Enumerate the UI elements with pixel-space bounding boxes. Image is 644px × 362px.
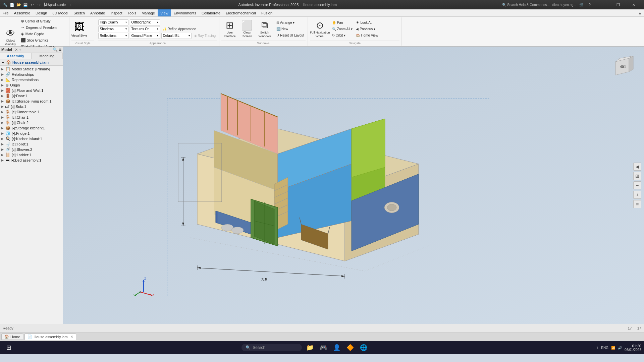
tab-home[interactable]: 🏠 Home — [1, 334, 23, 340]
menu-assemble[interactable]: Assemble — [11, 9, 33, 16]
close-button[interactable]: ✕ — [626, 1, 641, 8]
clock-date[interactable]: 01:20 06/01/2025 — [625, 344, 641, 352]
add-icon[interactable]: + — [67, 2, 73, 7]
open-icon[interactable]: 📂 — [16, 2, 21, 7]
ground-plane-dropdown[interactable]: Ground Plane ▾ — [130, 33, 160, 39]
orbit-button[interactable]: ↻ Orbit ▾ — [331, 33, 354, 39]
reset-ui-button[interactable]: ↺ Reset UI Layout — [275, 33, 306, 39]
slice-graphics-button[interactable]: ⬛ Slice Graphics — [19, 37, 67, 43]
taskbar-orange-icon[interactable]: 🔶 — [345, 342, 356, 353]
taskbar-game-icon[interactable]: 🎮 — [318, 342, 329, 353]
rt-button-5[interactable]: ≡ — [633, 200, 641, 208]
add-model-tab[interactable]: ✕ — [15, 48, 18, 52]
new-window-button[interactable]: 🆕 New — [275, 26, 306, 32]
user-interface-button[interactable]: ⊞ UserInterface — [221, 19, 238, 40]
root-file-label[interactable]: House assembly.iam — [12, 60, 49, 64]
nav-cube[interactable]: 401 — [610, 53, 634, 77]
sidebar-tab-assembly[interactable]: Assembly — [0, 53, 32, 59]
center-gravity-button[interactable]: ⊕ Center of Gravity — [19, 18, 67, 24]
tree-sofa[interactable]: ▶ 🛋 [c]:Sofa:1 — [0, 104, 63, 109]
assembly-tab-close[interactable]: ✕ — [70, 335, 73, 339]
textures-on-dropdown[interactable]: Textures On ▾ — [130, 26, 160, 32]
cart-icon[interactable]: 🛒 — [579, 2, 584, 7]
tree-door[interactable]: ▶ 🚪 [•]:Door:1 — [0, 93, 63, 99]
taskbar-browser-icon[interactable]: 🌐 — [358, 342, 369, 353]
tree-fridge[interactable]: ▶ 🧊 [•]:Fridge:1 — [0, 131, 63, 136]
clean-screen-button[interactable]: ⬜ CleanScreen — [239, 19, 256, 40]
search-model-icon[interactable]: 🔍 — [53, 47, 58, 52]
object-visibility-button[interactable]: 👁 ObjectVisibility — [2, 27, 19, 48]
model-tab-label[interactable]: Model — [1, 48, 12, 52]
taskbar-file-manager[interactable]: 📁 — [305, 342, 315, 353]
restore-button[interactable]: ❐ — [610, 1, 626, 8]
root-expand-icon[interactable]: ▼ — [1, 61, 5, 64]
shadows-dropdown[interactable]: Shadows ▾ — [98, 26, 128, 32]
menu-3dmodel[interactable]: 3D Model — [50, 9, 71, 16]
taskbar-user-icon[interactable]: 👤 — [331, 342, 342, 353]
look-at-button[interactable]: 👁 Look At — [355, 20, 379, 26]
tree-bed-assembly[interactable]: ▶ 🛏 [•]:Bed assembly:1 — [0, 158, 63, 163]
menu-annotate[interactable]: Annotate — [88, 9, 108, 16]
tree-floor-wall[interactable]: ▶ 🧱 [c]:Floor and Wall:1 — [0, 88, 63, 93]
ray-tracing-button[interactable]: ◈ Ray Tracing — [193, 33, 217, 39]
sidebar-tab-modeling[interactable]: Modeling — [32, 53, 63, 59]
tree-storage-kitchen[interactable]: ▶ 📦 [•]:Storage kitchen:1 — [0, 125, 63, 131]
menu-inspect[interactable]: Inspect — [108, 9, 125, 16]
menu-electromechanical[interactable]: Electromechanical — [223, 9, 259, 16]
degrees-freedom-button[interactable]: ↔ Degrees of Freedom — [19, 24, 67, 31]
rt-button-3[interactable]: − — [633, 181, 641, 189]
menu-view[interactable]: View — [158, 9, 171, 16]
high-quality-dropdown[interactable]: High Quality ▾ — [98, 19, 128, 25]
switch-windows-button[interactable]: ⧉ SwitchWindows — [256, 19, 273, 40]
tree-relationships[interactable]: ▶ 🔗 Relationships — [0, 72, 63, 77]
tree-toilet[interactable]: ▶ 🚽 [c]:Toilet:1 — [0, 141, 63, 147]
tree-chair2[interactable]: ▶ 🪑 [c]:Chair:2 — [0, 120, 63, 125]
menu-model-icon[interactable]: ≡ — [59, 47, 61, 52]
menu-fusion[interactable]: Fusion — [259, 9, 275, 16]
previous-button[interactable]: ◀ Previous ▾ — [355, 26, 379, 32]
help-icon[interactable]: ? — [587, 2, 592, 7]
menu-manage[interactable]: Manage — [139, 9, 158, 16]
menu-sketch[interactable]: Sketch — [71, 9, 88, 16]
visual-style-icon[interactable]: 🖼 — [74, 21, 84, 33]
save-icon[interactable]: 💾 — [23, 2, 28, 7]
tree-ladder[interactable]: ▶ 🪜 [c]:Ladder:1 — [0, 152, 63, 158]
ribbon-expand-icon[interactable]: ▲ — [638, 11, 642, 15]
pan-button[interactable]: ✋ Pan — [331, 20, 354, 26]
undo-icon[interactable]: ↩ — [30, 2, 35, 7]
full-nav-wheel-button[interactable]: ⊙ Full NavigationWheel — [310, 19, 330, 40]
imate-glyphs-button[interactable]: ◈ iMate Glyphs — [19, 31, 67, 37]
rt-button-1[interactable]: ◀ — [633, 163, 641, 171]
menu-tools[interactable]: Tools — [125, 9, 139, 16]
search-help[interactable]: 🔍 Search Help & Commands... — [502, 3, 550, 7]
menu-collaborate[interactable]: Collaborate — [199, 9, 223, 16]
appearance-label[interactable]: Appearance — [54, 2, 59, 7]
tree-shower[interactable]: ▶ 🚿 [c]:Shower:2 — [0, 147, 63, 152]
home-view-button[interactable]: 🏠 Home View — [355, 33, 379, 39]
redo-icon[interactable]: ↪ — [36, 2, 42, 7]
tree-origin[interactable]: ▶ ⊕ Origin — [0, 82, 63, 88]
file-icon[interactable]: 📄 — [9, 2, 15, 7]
rt-button-2[interactable]: ⊞ — [633, 172, 641, 180]
tree-storage-living[interactable]: ▶ 📦 [c]:Storage living room:1 — [0, 99, 63, 104]
orthographic-dropdown[interactable]: Orthographic ▾ — [130, 19, 160, 25]
new-model-tab[interactable]: + — [19, 48, 21, 52]
menu-file[interactable]: File — [0, 9, 11, 16]
tree-dinner-table[interactable]: ▶ 🪑 [c]:Dinner table:1 — [0, 109, 63, 115]
rt-button-4[interactable]: + — [633, 191, 641, 199]
default-ibl-dropdown[interactable]: Default IBL ▾ — [161, 33, 192, 39]
tray-up-arrow-icon[interactable]: ⬆ — [596, 346, 598, 350]
reflections-dropdown[interactable]: Reflections ▾ — [98, 33, 128, 39]
tree-kitchen-island[interactable]: ▶ 🍳 [•]:Kitchen island:1 — [0, 136, 63, 141]
menu-environments[interactable]: Environments — [171, 9, 199, 16]
tree-representations[interactable]: ▶ 📐 Representations — [0, 77, 63, 82]
refine-appearance-button[interactable]: ✨ Refine Appearance — [161, 26, 198, 32]
tree-chair1[interactable]: ▶ 🪑 [c]:Chair:1 — [0, 115, 63, 120]
windows-start-button[interactable]: ⊞ — [3, 342, 15, 354]
zoom-all-button[interactable]: 🔍 Zoom All ▾ — [331, 26, 354, 32]
tree-model-states[interactable]: ▶ 📋 Model States: [Primary] — [0, 66, 63, 72]
tab-house-assembly[interactable]: 📄 House assembly.iam ✕ — [24, 334, 76, 340]
viewport[interactable]: 3.5 Z X — [63, 47, 644, 324]
menu-design[interactable]: Design — [33, 9, 50, 16]
taskbar-search[interactable]: 🔍 Search — [241, 344, 302, 351]
